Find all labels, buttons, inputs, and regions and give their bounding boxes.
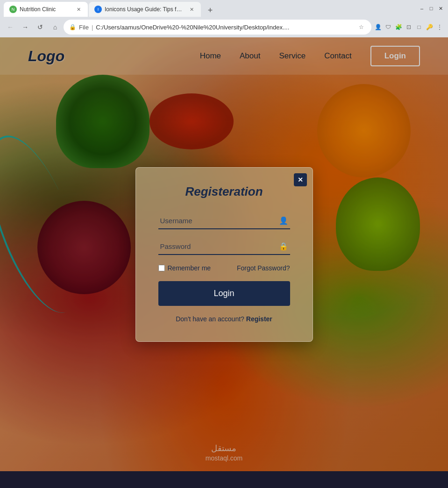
tab-close-2[interactable]: ✕ (188, 6, 195, 13)
register-prompt-text: Don't have an account? (176, 315, 244, 323)
password-group: 🔒 (158, 239, 290, 255)
modal-close-button[interactable]: ✕ (294, 173, 307, 186)
username-input[interactable] (158, 213, 290, 228)
password-input-wrapper: 🔒 (158, 239, 290, 255)
register-prompt: Don't have an account? Register (158, 315, 290, 323)
url-actions: ☆ (356, 22, 366, 32)
url-separator: | (92, 24, 93, 31)
lock-icon[interactable]: 🔑 (425, 22, 434, 32)
tab-title-1: Nutrition Clinic (20, 6, 72, 13)
modal-title: Registeration (158, 184, 290, 199)
file-label: File (79, 24, 89, 31)
remember-me-checkbox[interactable] (158, 265, 165, 271)
form-options: Remember me Forgot Password? (158, 264, 290, 272)
url-text: C:/Users/aamus/OneDrive%20-%20Nile%20Uni… (96, 24, 354, 31)
menu-icon[interactable]: ⋮ (435, 22, 444, 32)
tab-favicon-2: I (94, 6, 102, 13)
browser-chrome: N Nutrition Clinic ✕ I Ionicons Usage Gu… (0, 0, 448, 37)
shield-icon[interactable]: 🛡 (384, 22, 393, 32)
password-input[interactable] (158, 239, 290, 254)
home-button[interactable]: ⌂ (49, 21, 62, 34)
url-bar[interactable]: 🔒 File | C:/Users/aamus/OneDrive%20-%20N… (64, 20, 371, 35)
profile-icon[interactable]: 👤 (373, 22, 383, 32)
browser-actions: 👤 🛡 🧩 ⊡ □ 🔑 ⋮ (373, 22, 444, 32)
minimize-button[interactable]: – (418, 5, 426, 12)
back-button[interactable]: ← (4, 21, 17, 34)
forward-button[interactable]: → (19, 21, 32, 34)
modal-login-button[interactable]: Login (158, 281, 290, 306)
modal-overlay: ✕ Registeration 👤 🔒 Reme (0, 37, 448, 471)
lock-field-icon: 🔒 (279, 242, 288, 251)
maximize-button[interactable]: □ (427, 5, 435, 12)
username-group: 👤 (158, 213, 290, 229)
username-input-wrapper: 👤 (158, 213, 290, 229)
address-bar: ← → ↺ ⌂ 🔒 File | C:/Users/aamus/OneDrive… (0, 17, 448, 37)
tab-nutrition-clinic[interactable]: N Nutrition Clinic ✕ (4, 2, 88, 17)
user-icon: 👤 (279, 216, 288, 225)
window-controls: – □ ✕ (418, 5, 444, 12)
close-button[interactable]: ✕ (437, 5, 444, 12)
tab-close-1[interactable]: ✕ (75, 6, 82, 13)
title-bar: N Nutrition Clinic ✕ I Ionicons Usage Gu… (0, 0, 448, 17)
remember-me-label[interactable]: Remember me (158, 264, 211, 272)
remember-me-text: Remember me (168, 264, 211, 272)
cast-icon[interactable]: ⊡ (404, 22, 413, 32)
login-modal: ✕ Registeration 👤 🔒 Reme (135, 167, 313, 342)
bookmark-icon[interactable]: ☆ (356, 22, 366, 32)
reload-button[interactable]: ↺ (34, 21, 47, 34)
window-icon[interactable]: □ (414, 22, 424, 32)
secure-icon: 🔒 (69, 24, 76, 30)
register-link[interactable]: Register (246, 315, 272, 323)
tab-title-2: Ionicons Usage Guide: Tips for in... (105, 6, 185, 13)
tab-ionicons[interactable]: I Ionicons Usage Guide: Tips for in... ✕ (89, 2, 201, 17)
website-content: Logo Home About Service Contact Login ✕ … (0, 37, 448, 471)
forgot-password-link[interactable]: Forgot Password? (237, 264, 290, 272)
new-tab-button[interactable]: + (204, 4, 217, 17)
tab-favicon-1: N (9, 6, 17, 13)
extension-icon[interactable]: 🧩 (394, 22, 403, 32)
